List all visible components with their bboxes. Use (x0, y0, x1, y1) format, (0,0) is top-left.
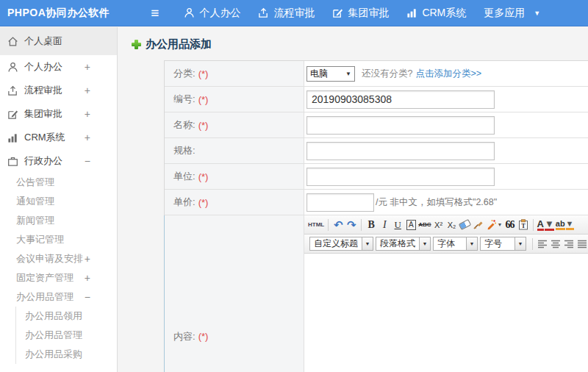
field-value (304, 138, 588, 163)
align-right-button[interactable] (562, 237, 576, 251)
expand-icon[interactable]: + (85, 254, 90, 264)
align-left-button[interactable] (536, 237, 549, 251)
eraser-button[interactable] (459, 218, 472, 232)
briefcase-icon (7, 156, 18, 167)
sidebar-item-label: 会议申请及安排 (16, 252, 83, 265)
form-row-name: 名称: (*) (165, 112, 588, 138)
sidebar-item-notice-mgmt[interactable]: 通知管理 (0, 192, 117, 211)
sidebar-item-group-approval[interactable]: 集团审批 + (0, 102, 117, 126)
paste-icon: T (518, 219, 528, 230)
html-source-button[interactable]: HTML (307, 218, 325, 232)
dropdown-label: 字体 (433, 237, 467, 251)
custom-title-dropdown[interactable]: 自定义标题 ▼ (309, 237, 373, 251)
unit-input[interactable] (306, 168, 495, 186)
expand-icon[interactable]: + (85, 85, 90, 96)
font-border-button[interactable]: A (404, 218, 417, 232)
sidebar-item-workflow-approval[interactable]: 流程审批 + (0, 79, 117, 102)
required-mark: (*) (198, 94, 209, 105)
underline-button[interactable]: U (391, 218, 404, 232)
top-nav-personal-office[interactable]: 个人办公 (184, 7, 240, 20)
caret-down-icon: ▼ (420, 237, 431, 251)
sidebar-item-fixed-assets-mgmt[interactable]: 固定资产管理 + (0, 268, 117, 287)
required-mark: (*) (198, 197, 209, 208)
office-supply-add-form: 分类: (*) 电脑 ▼ 还没有分类? 点击添加分类>> 编号: (*) (164, 60, 588, 372)
field-value (304, 87, 588, 112)
top-nav-workflow-approval[interactable]: 流程审批 (258, 7, 315, 20)
category-select-value: 电脑 (310, 68, 328, 80)
paste-text-button[interactable]: T (517, 218, 530, 232)
sidebar-item-personal-office[interactable]: 个人办公 + (0, 55, 117, 79)
sidebar-item-news-mgmt[interactable]: 新闻管理 (0, 211, 117, 230)
hamburger-menu-icon[interactable]: ≡ (151, 6, 159, 20)
font-color-button[interactable]: A ▼ (537, 218, 555, 232)
required-mark: (*) (198, 120, 209, 131)
flow-icon (7, 85, 18, 96)
format-clear-button[interactable] (472, 218, 485, 232)
editor-toolbar-row2: 自定义标题 ▼ 段落格式 ▼ 字体 ▼ 字号 ▼ (304, 235, 588, 254)
user-icon (7, 62, 18, 73)
top-nav-group-approval[interactable]: 集团审批 (332, 7, 389, 20)
caret-down-icon: ▼ (467, 237, 478, 251)
collapse-icon[interactable]: − (85, 292, 90, 302)
align-center-button[interactable] (549, 237, 562, 251)
eraser-icon (459, 219, 471, 230)
sidebar-item-supplies-requisition[interactable]: 办公用品领用 (15, 307, 117, 326)
page-title: 办公用品添加 (118, 27, 588, 51)
number-input[interactable] (306, 90, 495, 109)
form-row-price: 单价: (*) /元 非中文，如填写格式"2.68" (165, 190, 588, 215)
font-family-dropdown[interactable]: 字体 ▼ (433, 237, 478, 251)
subscript-button[interactable]: X₂ (445, 218, 459, 232)
required-mark: (*) (198, 171, 209, 182)
field-label: 编号: (*) (165, 87, 304, 112)
superscript-button[interactable]: X² (432, 218, 445, 232)
bold-button[interactable]: B (365, 218, 378, 232)
sidebar-item-supplies-purchase[interactable]: 办公用品采购 (15, 345, 117, 364)
blockquote-button[interactable]: 66 (503, 218, 517, 232)
user-icon (184, 7, 195, 18)
expand-icon[interactable]: + (85, 109, 90, 119)
sidebar-item-personal-desktop[interactable]: 个人桌面 (0, 27, 117, 55)
edit-icon (332, 7, 343, 18)
label-text: 单价: (173, 196, 196, 209)
top-nav-crm-system[interactable]: CRM系统 (406, 7, 466, 20)
align-right-icon (564, 240, 574, 248)
editor-toolbar-row1: HTML ↶ ↷ B I U A ABC X² X₂ (304, 215, 588, 235)
name-input[interactable] (306, 116, 495, 135)
sidebar-item-admin-office[interactable]: 行政办公 − (0, 149, 117, 173)
expand-icon[interactable]: + (85, 132, 90, 143)
sidebar-item-supplies-management[interactable]: 办公用品管理 (15, 326, 117, 345)
sidebar-item-events-mgmt[interactable]: 大事记管理 (0, 230, 117, 249)
sidebar-item-label: 行政办公 (24, 154, 62, 168)
field-label: 单价: (*) (165, 190, 304, 215)
form-row-number: 编号: (*) (165, 87, 588, 112)
expand-icon[interactable]: + (85, 273, 90, 283)
editor-content-area[interactable] (304, 254, 588, 372)
align-justify-button[interactable] (576, 237, 588, 251)
sidebar-item-meeting-request[interactable]: 会议申请及安排 + (0, 249, 117, 268)
collapse-icon[interactable]: − (85, 156, 90, 166)
caret-down-icon: ▼ (566, 219, 574, 230)
label-text: 内容: (173, 330, 196, 343)
sidebar-item-crm-system[interactable]: CRM系统 + (0, 126, 117, 149)
top-nav-more-apps[interactable]: 更多应用 ▼ (484, 7, 540, 20)
price-input[interactable] (306, 193, 374, 212)
paragraph-format-dropdown[interactable]: 段落格式 ▼ (376, 237, 431, 251)
redo-button[interactable]: ↷ (345, 218, 358, 232)
sidebar: 个人桌面 个人办公 + 流程审批 + 集团审批 + CRM系统 + 行政办公 −… (0, 27, 118, 372)
sidebar-item-announcement-mgmt[interactable]: 公告管理 (0, 173, 117, 192)
add-category-link[interactable]: 点击添加分类>> (415, 68, 481, 80)
italic-button[interactable]: I (378, 218, 391, 232)
undo-button[interactable]: ↶ (331, 218, 345, 232)
form-row-unit: 单位: (*) (165, 164, 588, 190)
format-painter-button[interactable]: ▼ (485, 218, 503, 232)
dropdown-label: 段落格式 (376, 237, 420, 251)
highlight-color-button[interactable]: ab ▼ (555, 218, 575, 232)
sidebar-item-office-supplies-mgmt[interactable]: 办公用品管理 − (0, 287, 117, 307)
font-size-dropdown[interactable]: 字号 ▼ (480, 237, 526, 251)
strikethrough-button[interactable]: ABC (417, 218, 431, 232)
category-select[interactable]: 电脑 ▼ (306, 66, 355, 82)
expand-icon[interactable]: + (85, 62, 90, 72)
form-row-content: 内容: (*) HTML ↶ ↷ B I U A ABC X² X₂ (164, 215, 588, 372)
spec-input[interactable] (306, 142, 495, 160)
sidebar-item-label: 办公用品领用 (25, 310, 82, 323)
